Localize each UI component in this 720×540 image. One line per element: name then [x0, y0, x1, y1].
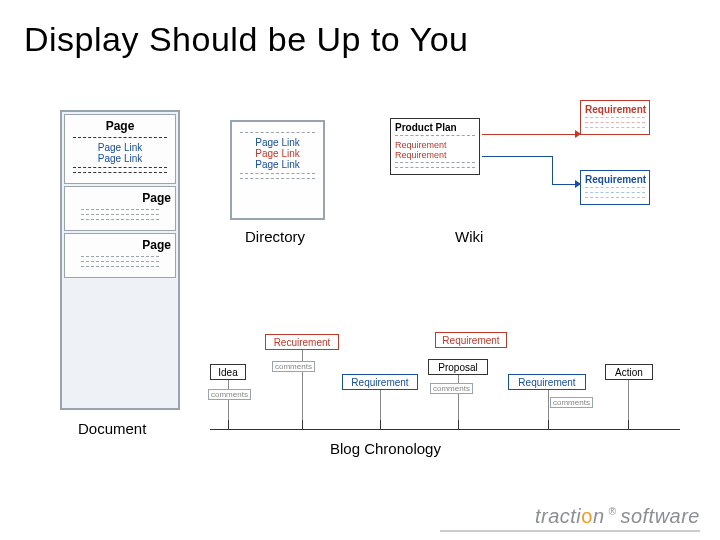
blog-requirement-box: Requirement	[435, 332, 507, 348]
page-heading: Page	[69, 238, 171, 252]
rule	[81, 256, 159, 258]
wiki-caption: Wiki	[455, 228, 483, 245]
tick	[458, 420, 459, 430]
rule	[240, 178, 315, 180]
page-heading: Page	[69, 119, 171, 133]
rule	[240, 173, 315, 175]
page-link: Page Link	[69, 153, 171, 164]
arrowhead-icon	[575, 180, 581, 188]
wiki-req-title: Requirement	[585, 104, 645, 115]
leader	[228, 380, 229, 420]
logo-text: n	[593, 505, 605, 527]
page-link: Page Link	[236, 148, 319, 159]
rule	[73, 137, 167, 139]
logo-software: software	[620, 505, 700, 527]
document-caption: Document	[78, 420, 146, 437]
registered-icon: ®	[609, 506, 617, 517]
wiki-plan-box: Product Plan Requirement Requirement	[390, 118, 480, 175]
rule	[81, 266, 159, 268]
comments-label: comments	[208, 389, 251, 400]
rule	[81, 209, 159, 211]
comments-label: comments	[550, 397, 593, 408]
logo-accent: o	[581, 505, 593, 527]
document-card-1: Page Page Link Page Link	[64, 114, 176, 184]
slide-title: Display Should be Up to You	[24, 20, 468, 59]
rule	[585, 187, 645, 190]
page-link: Page Link	[69, 142, 171, 153]
tick	[302, 420, 303, 430]
document-card-2: Page	[64, 186, 176, 231]
blog-requirement-box: Requirement	[508, 374, 586, 390]
directory-caption: Directory	[245, 228, 305, 245]
blog-requirement-box: Requirement	[342, 374, 418, 390]
page-heading: Page	[69, 191, 171, 205]
blog-idea-box: Idea	[210, 364, 246, 380]
arrowhead-icon	[575, 130, 581, 138]
logo-underline	[440, 530, 700, 532]
rule	[81, 261, 159, 263]
rule	[585, 117, 645, 120]
rule	[395, 135, 475, 138]
directory-card: Page Link Page Link Page Link	[230, 120, 325, 220]
wiki-req-title: Requirement	[585, 174, 645, 185]
tick	[228, 420, 229, 430]
logo: traction®software	[535, 505, 700, 528]
rule	[73, 172, 167, 174]
wiki-plan-line: Requirement	[395, 140, 475, 150]
blog-caption: Blog Chronology	[330, 440, 441, 457]
arrow	[482, 134, 578, 135]
wiki-req-mid: Requirement	[580, 170, 650, 205]
page-link: Page Link	[236, 137, 319, 148]
rule	[585, 192, 645, 195]
blog-recuirement-box: Recuirement	[265, 334, 339, 350]
blog-action-box: Action	[605, 364, 653, 380]
leader	[380, 390, 381, 420]
arrow	[552, 156, 553, 184]
rule	[585, 122, 645, 125]
leader	[548, 390, 549, 420]
wiki-plan-line: Requirement	[395, 150, 475, 160]
rule	[240, 132, 315, 134]
wiki-diagram: Product Plan Requirement Requirement Req…	[380, 100, 680, 260]
rule	[395, 162, 475, 165]
wiki-plan-title: Product Plan	[395, 122, 475, 133]
rule	[585, 197, 645, 200]
rule	[81, 219, 159, 221]
comments-label: comments	[430, 383, 473, 394]
rule	[585, 127, 645, 130]
blog-timeline: Idea comments Recuirement comments Requi…	[210, 310, 680, 430]
wiki-req-top: Requirement	[580, 100, 650, 135]
logo-text: tracti	[535, 505, 581, 527]
comments-label: comments	[272, 361, 315, 372]
document-card-3: Page	[64, 233, 176, 278]
rule	[81, 214, 159, 216]
page-link: Page Link	[236, 159, 319, 170]
blog-proposal-box: Proposal	[428, 359, 488, 375]
tick	[628, 420, 629, 430]
rule	[73, 167, 167, 169]
timeline-axis	[210, 429, 680, 430]
tick	[380, 420, 381, 430]
rule	[395, 167, 475, 170]
document-column: Page Page Link Page Link Page Page	[60, 110, 180, 410]
arrow	[482, 156, 552, 157]
leader	[628, 380, 629, 420]
tick	[548, 420, 549, 430]
